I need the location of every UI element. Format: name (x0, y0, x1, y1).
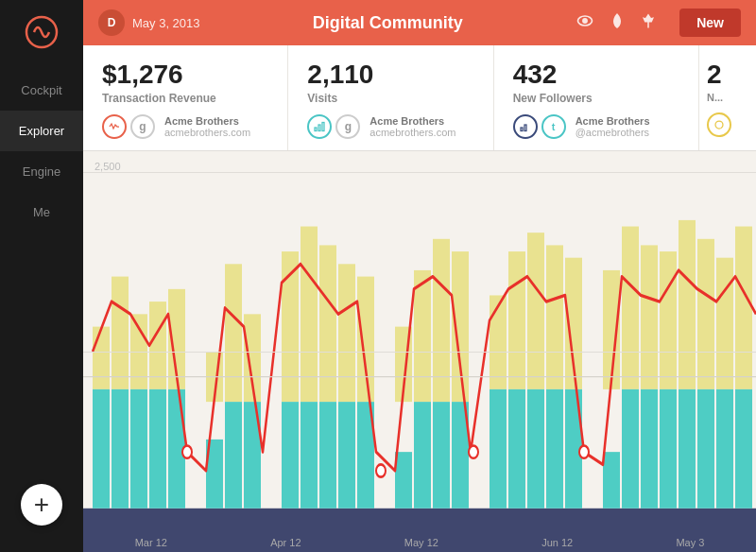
x-label-0: Mar 12 (135, 537, 167, 548)
svg-rect-24 (414, 270, 431, 402)
source-icon-chart-2[interactable] (307, 114, 332, 139)
x-label-1: Apr 12 (270, 537, 301, 548)
svg-rect-59 (527, 389, 544, 509)
topbar-title: Digital Community (200, 13, 576, 33)
svg-rect-37 (697, 239, 714, 389)
svg-rect-22 (357, 276, 374, 402)
svg-rect-64 (641, 389, 658, 509)
sidebar-nav: Cockpit Explorer Engine Me (0, 70, 83, 233)
source-icon-google-2[interactable]: g (335, 114, 360, 139)
source-url-2: acmebrothers.com (369, 127, 455, 138)
metric-label-partial: N... (707, 92, 748, 103)
main-content: D May 3, 2013 Digital Community (83, 0, 756, 552)
svg-rect-16 (225, 264, 242, 402)
svg-rect-29 (527, 233, 544, 389)
x-label-4: May 3 (676, 537, 704, 548)
svg-rect-60 (546, 389, 563, 509)
metric-value-partial: 2 (707, 60, 748, 90)
metric-card-visits: 2,110 Visits g Acme Brothers acmebrother… (288, 45, 493, 150)
svg-rect-28 (508, 251, 525, 389)
svg-rect-62 (603, 452, 620, 509)
svg-point-72 (469, 445, 478, 457)
metrics-row: $1,276 Transaction Revenue g Acme Brothe… (83, 45, 756, 151)
svg-rect-11 (112, 276, 129, 388)
svg-rect-21 (338, 264, 355, 402)
svg-rect-42 (130, 389, 147, 509)
x-label-3: Jun 12 (541, 537, 573, 548)
svg-rect-68 (716, 389, 733, 509)
metric-card-revenue: $1,276 Transaction Revenue g Acme Brothe… (83, 45, 288, 150)
source-name-2: Acme Brothers (369, 115, 455, 127)
svg-rect-48 (282, 402, 299, 509)
source-icons-1: g (102, 114, 155, 139)
topbar: D May 3, 2013 Digital Community (83, 0, 756, 45)
svg-rect-38 (716, 257, 733, 388)
svg-point-70 (182, 445, 192, 457)
svg-rect-51 (338, 402, 355, 509)
date-section: D May 3, 2013 (98, 9, 200, 36)
source-icon-partial[interactable] (707, 112, 731, 137)
svg-point-8 (715, 121, 723, 129)
add-button[interactable]: + (21, 484, 62, 526)
svg-rect-39 (735, 226, 752, 388)
source-icons-3: t (513, 114, 566, 139)
x-label-2: May 12 (404, 537, 438, 548)
svg-rect-66 (679, 389, 696, 509)
svg-rect-58 (508, 389, 525, 509)
new-button[interactable]: New (679, 9, 741, 37)
svg-rect-53 (395, 452, 412, 509)
metric-sources-partial (707, 112, 748, 137)
svg-rect-46 (225, 402, 242, 509)
date-avatar: D (98, 9, 125, 36)
metric-card-followers: 432 New Followers t Acme Brothers @acmeb… (494, 45, 699, 150)
svg-rect-36 (679, 220, 696, 389)
metric-value-revenue: $1,276 (102, 60, 268, 90)
pin-icon[interactable] (640, 11, 657, 35)
svg-rect-30 (546, 245, 563, 388)
svg-point-2 (583, 18, 587, 22)
svg-rect-69 (735, 389, 752, 509)
svg-rect-26 (452, 251, 469, 402)
source-icon-chart-3[interactable] (513, 114, 538, 139)
svg-rect-43 (149, 389, 166, 509)
svg-rect-27 (490, 295, 507, 388)
metric-sources-revenue: g Acme Brothers acmebrothers.com (102, 114, 268, 139)
source-icon-google[interactable]: g (130, 114, 155, 139)
svg-rect-4 (318, 125, 320, 131)
svg-rect-35 (660, 251, 677, 389)
source-icon-twitter[interactable]: t (541, 114, 566, 139)
gridline-mid (83, 352, 756, 353)
svg-rect-49 (301, 402, 318, 509)
source-icons-2: g (307, 114, 360, 139)
sidebar-item-cockpit[interactable]: Cockpit (0, 70, 83, 111)
svg-rect-54 (414, 402, 431, 509)
svg-rect-40 (93, 389, 110, 509)
chart-area: 2,500 (83, 151, 756, 552)
gridline-top (83, 172, 756, 173)
svg-rect-57 (490, 389, 507, 509)
metric-sources-followers: t Acme Brothers @acmebrothers (513, 114, 679, 139)
source-icon-activity[interactable] (102, 114, 127, 139)
eye-icon[interactable] (576, 11, 594, 35)
source-name-3: Acme Brothers (576, 115, 650, 127)
svg-rect-20 (319, 245, 336, 402)
svg-rect-50 (319, 402, 336, 509)
metric-label-visits: Visits (307, 92, 473, 105)
svg-rect-33 (622, 226, 639, 388)
svg-rect-65 (660, 389, 677, 509)
svg-rect-7 (524, 125, 526, 131)
sidebar-item-explorer[interactable]: Explorer (0, 111, 83, 151)
svg-rect-34 (641, 245, 658, 388)
metric-value-visits: 2,110 (307, 60, 473, 90)
metric-sources-visits: g Acme Brothers acmebrothers.com (307, 114, 473, 139)
sidebar-item-engine[interactable]: Engine (0, 151, 83, 192)
svg-rect-10 (93, 326, 110, 388)
svg-rect-41 (112, 389, 129, 509)
svg-rect-19 (301, 226, 318, 402)
svg-point-71 (376, 464, 386, 476)
flame-icon[interactable] (610, 11, 625, 35)
source-name-1: Acme Brothers (164, 115, 250, 127)
topbar-date: May 3, 2013 (132, 16, 200, 30)
app-logo (23, 13, 60, 51)
sidebar-item-me[interactable]: Me (0, 192, 83, 233)
